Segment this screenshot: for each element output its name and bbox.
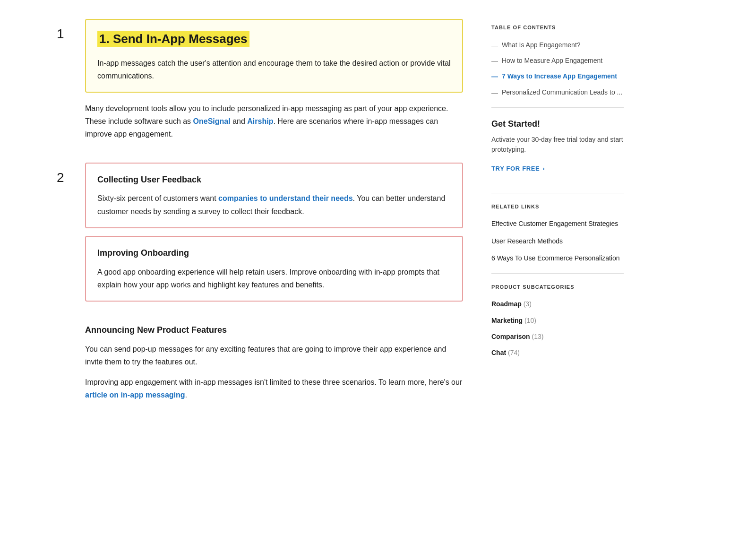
section-2-body: Collecting User Feedback Sixty-six perce…: [85, 163, 463, 309]
toc-item-4[interactable]: — Personalized Communication Leads to ..…: [491, 87, 624, 98]
subcategory-comparison-label: Comparison: [491, 333, 530, 340]
toc-dash-4: —: [491, 87, 498, 98]
toc-label-2: How to Measure App Engagement: [502, 55, 602, 66]
collecting-feedback-box: Collecting User Feedback Sixty-six perce…: [85, 163, 463, 228]
toc-title: TABLE OF CONTENTS: [491, 24, 624, 32]
subcategory-marketing-count: (10): [524, 317, 536, 324]
section-2-wrapper: 2 Collecting User Feedback Sixty-six per…: [57, 163, 463, 309]
subcategory-chat-count: (74): [508, 349, 520, 356]
get-started-section: Get Started! Activate your 30-day free t…: [491, 117, 624, 183]
sidebar-divider-3: [491, 273, 624, 274]
companies-link[interactable]: companies to understand their needs: [218, 194, 353, 202]
section-1-body-text: Many development tools allow you to incl…: [85, 102, 463, 141]
section-1-number: 1: [57, 24, 71, 45]
toc-item-3[interactable]: — 7 Ways to Increase App Engagement: [491, 71, 624, 82]
try-free-button[interactable]: TRY FOR FREE ›: [491, 164, 545, 174]
toc-dash-1: —: [491, 40, 498, 51]
section-1-middle-text: and: [231, 117, 248, 125]
get-started-description: Activate your 30-day free trial today an…: [491, 135, 624, 155]
subcategory-chat-label: Chat: [491, 349, 506, 356]
announcing-features-heading: Announcing New Product Features: [85, 323, 463, 337]
toc-item-1[interactable]: — What Is App Engagement?: [491, 40, 624, 51]
sidebar-divider-2: [491, 193, 624, 193]
subcategory-marketing-label: Marketing: [491, 317, 523, 324]
toc-label-1: What Is App Engagement?: [502, 40, 581, 50]
main-content: 1 1. Send In-App Messages In-app message…: [28, 19, 463, 411]
improving-onboarding-heading: Improving Onboarding: [97, 246, 451, 260]
related-link-3[interactable]: 6 Ways To Use Ecommerce Personalization: [491, 253, 624, 263]
onesignal-link[interactable]: OneSignal: [193, 117, 231, 125]
subcategory-roadmap-count: (3): [524, 300, 532, 308]
related-link-2[interactable]: User Research Methods: [491, 236, 624, 246]
collecting-feedback-body: Sixty-six percent of customers want comp…: [97, 192, 451, 217]
get-started-title: Get Started!: [491, 117, 624, 131]
related-link-1[interactable]: Effective Customer Engagement Strategies: [491, 218, 624, 229]
related-links-section: RELATED LINKS Effective Customer Engagem…: [491, 203, 624, 264]
section-1-heading: 1. Send In-App Messages: [97, 31, 249, 47]
toc-dash-2: —: [491, 56, 498, 66]
collecting-feedback-start: Sixty-six percent of customers want: [97, 194, 218, 202]
section-1-intro: In-app messages catch the user's attenti…: [97, 57, 451, 82]
try-free-arrow-icon: ›: [542, 164, 545, 174]
announcing-features-para2: Improving app engagement with in-app mes…: [85, 376, 463, 401]
subcategory-comparison-count: (13): [532, 333, 544, 340]
para2-start: Improving app engagement with in-app mes…: [85, 378, 462, 386]
toc-section: TABLE OF CONTENTS — What Is App Engageme…: [491, 24, 624, 98]
para2-end: .: [185, 391, 187, 399]
toc-label-3: 7 Ways to Increase App Engagement: [502, 71, 617, 81]
toc-dash-3: —: [491, 71, 498, 82]
subcategory-marketing[interactable]: Marketing (10): [491, 315, 624, 326]
subcategory-roadmap-label: Roadmap: [491, 300, 522, 308]
improving-onboarding-box: Improving Onboarding A good app onboardi…: [85, 236, 463, 302]
announcing-features-section: Announcing New Product Features You can …: [57, 323, 463, 402]
in-app-messaging-link[interactable]: article on in-app messaging: [85, 391, 185, 399]
subcategory-roadmap[interactable]: Roadmap (3): [491, 299, 624, 309]
sidebar: TABLE OF CONTENTS — What Is App Engageme…: [491, 19, 624, 411]
subcategory-chat[interactable]: Chat (74): [491, 347, 624, 358]
announcing-features-para1: You can send pop-up messages for any exc…: [85, 343, 463, 368]
toc-label-4: Personalized Communication Leads to ...: [502, 87, 622, 97]
collecting-feedback-heading: Collecting User Feedback: [97, 173, 451, 187]
sidebar-divider-1: [491, 107, 624, 108]
improving-onboarding-body: A good app onboarding experience will he…: [97, 266, 451, 291]
product-subcategories-section: PRODUCT SUBCATEGORIES Roadmap (3) Market…: [491, 283, 624, 358]
related-links-title: RELATED LINKS: [491, 203, 624, 211]
product-subcategories-title: PRODUCT SUBCATEGORIES: [491, 283, 624, 292]
section-1-body: 1. Send In-App Messages In-app messages …: [85, 19, 463, 148]
section-1-highlight-box: 1. Send In-App Messages In-app messages …: [85, 19, 463, 93]
section-1-wrapper: 1 1. Send In-App Messages In-app message…: [57, 19, 463, 148]
section-2-number: 2: [57, 167, 71, 189]
airship-link[interactable]: Airship: [247, 117, 273, 125]
subcategory-comparison[interactable]: Comparison (13): [491, 331, 624, 342]
toc-item-2[interactable]: — How to Measure App Engagement: [491, 55, 624, 66]
try-free-label: TRY FOR FREE: [491, 164, 540, 174]
